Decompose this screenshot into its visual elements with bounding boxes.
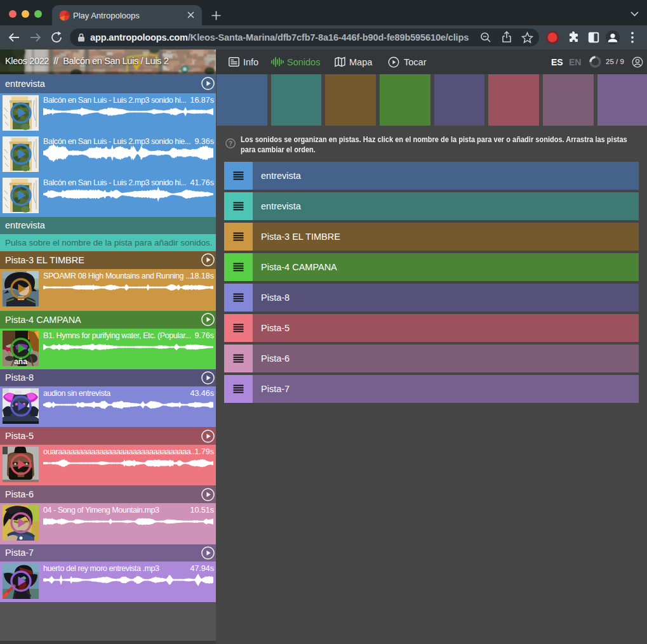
svg-text:?: ? <box>229 140 232 147</box>
